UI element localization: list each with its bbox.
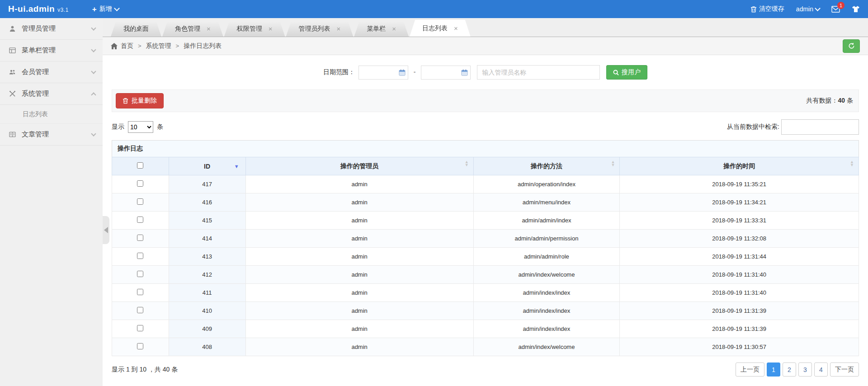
search-icon (613, 70, 619, 75)
add-new-label: 新增 (99, 5, 112, 13)
row-checkbox[interactable] (137, 217, 143, 223)
cell-id: 411 (169, 284, 245, 302)
clear-cache-button[interactable]: 清空缓存 (750, 5, 784, 13)
cell-id: 408 (169, 338, 245, 356)
column-header-time[interactable]: 操作的时间▲▼ (620, 157, 859, 175)
sidebar-item-label: 会员管理 (22, 68, 92, 76)
add-new-button[interactable]: + 新增 (92, 5, 119, 13)
sidebar-item[interactable]: 管理员管理 (0, 18, 103, 40)
sidebar-item[interactable]: 会员管理 (0, 61, 103, 83)
table-row: 413 admin admin/admin/role 2018-09-19 11… (112, 248, 859, 266)
search-bar: 日期范围： - 搜用户 (112, 65, 859, 80)
cell-id: 413 (169, 248, 245, 266)
theme-skin-button[interactable] (852, 5, 860, 13)
page-number-button[interactable]: 3 (798, 362, 812, 377)
filter-input[interactable] (781, 119, 859, 135)
breadcrumb-item[interactable]: 首页 (121, 42, 133, 49)
tab[interactable]: 角色管理 × (162, 21, 223, 37)
cell-time: 2018-09-19 11:31:39 (620, 320, 859, 338)
total-count: 40 (838, 97, 845, 104)
row-checkbox-cell (112, 248, 169, 266)
sidebar-item-label: 文章管理 (22, 130, 92, 139)
column-header-method[interactable]: 操作的方法▲▼ (473, 157, 620, 175)
user-menu[interactable]: admin (796, 5, 820, 13)
refresh-button[interactable] (843, 39, 860, 53)
shirt-icon (852, 5, 860, 13)
table-row: 414 admin admin/admin/permission 2018-09… (112, 230, 859, 248)
batch-delete-label: 批量删除 (132, 97, 157, 105)
cell-time: 2018-09-19 11:32:08 (620, 230, 859, 248)
plus-icon: + (92, 5, 97, 13)
refresh-icon (848, 42, 855, 49)
table-row: 410 admin admin/index/index 2018-09-19 1… (112, 302, 859, 320)
row-checkbox[interactable] (137, 180, 143, 187)
close-icon[interactable]: × (207, 25, 211, 32)
date-range-label: 日期范围： (323, 68, 355, 75)
column-label: 操作的时间 (723, 162, 755, 169)
total-unit: 条 (847, 97, 853, 104)
row-checkbox[interactable] (137, 198, 143, 205)
tab[interactable]: 权限管理 × (224, 21, 285, 37)
select-all-checkbox[interactable] (137, 162, 143, 169)
close-icon[interactable]: × (454, 25, 458, 32)
column-header-admin[interactable]: 操作的管理员▲▼ (245, 157, 473, 175)
filter-label: 从当前数据中检索: (727, 123, 779, 131)
tab[interactable]: 管理员列表 × (286, 21, 354, 37)
search-user-button[interactable]: 搜用户 (606, 65, 647, 80)
column-label: 操作的方法 (531, 162, 562, 169)
tab[interactable]: 我的桌面 (111, 21, 161, 37)
top-header-right: 清空缓存 admin 1 (750, 5, 860, 13)
cell-id: 415 (169, 212, 245, 230)
top-header: H-ui.adminv3.1 + 新增 清空缓存 admin 1 (0, 0, 868, 18)
calendar-icon[interactable] (399, 69, 406, 76)
row-checkbox[interactable] (137, 343, 143, 349)
chevron-down-icon (91, 25, 96, 30)
close-icon[interactable]: × (392, 25, 396, 32)
close-icon[interactable]: × (337, 25, 341, 32)
sidebar-collapse-handle[interactable] (103, 216, 109, 244)
sidebar-item[interactable]: 系统管理 (0, 83, 103, 105)
page-number-button[interactable]: 2 (783, 362, 796, 377)
cell-admin: admin (245, 302, 473, 320)
sidebar-subitem[interactable]: 日志列表 (0, 105, 103, 124)
row-checkbox[interactable] (137, 325, 143, 331)
page-number-button[interactable]: 1 (767, 362, 780, 377)
tab-label: 权限管理 (237, 25, 262, 33)
chevron-down-icon (91, 47, 96, 52)
tab-label: 角色管理 (175, 25, 200, 33)
cell-time: 2018-09-19 11:31:40 (620, 266, 859, 284)
brand-version: v3.1 (57, 7, 69, 13)
page-size-select[interactable]: 10 (128, 121, 153, 133)
tab[interactable]: 日志列表 × (410, 20, 471, 37)
tab[interactable]: 菜单栏 × (354, 21, 409, 37)
chevron-left-icon (104, 227, 108, 233)
sidebar-item[interactable]: 菜单栏管理 (0, 40, 103, 61)
row-checkbox[interactable] (137, 289, 143, 295)
breadcrumb-separator: > (138, 42, 142, 49)
page-number-button[interactable]: 4 (814, 362, 828, 377)
cell-time: 2018-09-19 11:33:31 (620, 212, 859, 230)
next-page-button[interactable]: 下一页 (830, 362, 859, 377)
table-row: 417 admin admin/operation/index 2018-09-… (112, 175, 859, 193)
row-checkbox-cell (112, 284, 169, 302)
row-checkbox[interactable] (137, 253, 143, 259)
breadcrumb-item[interactable]: 系统管理 (146, 42, 171, 49)
cell-id: 409 (169, 320, 245, 338)
close-icon[interactable]: × (269, 25, 273, 32)
cell-time: 2018-09-19 11:31:44 (620, 248, 859, 266)
row-checkbox[interactable] (137, 271, 143, 277)
column-header-id[interactable]: ID▼ (169, 157, 245, 175)
prev-page-button[interactable]: 上一页 (736, 362, 764, 377)
row-checkbox-cell (112, 302, 169, 320)
app-brand[interactable]: H-ui.adminv3.1 (8, 4, 69, 14)
admin-name-input[interactable] (477, 65, 600, 80)
total-prefix: 共有数据： (807, 97, 838, 104)
article-icon (9, 131, 17, 138)
cell-time: 2018-09-19 11:31:40 (620, 284, 859, 302)
row-checkbox[interactable] (137, 307, 143, 313)
row-checkbox[interactable] (137, 235, 143, 241)
sidebar-item[interactable]: 文章管理 (0, 124, 103, 146)
messages-button[interactable]: 1 (831, 6, 840, 13)
batch-delete-button[interactable]: 批量删除 (116, 93, 164, 108)
calendar-icon[interactable] (461, 69, 468, 76)
